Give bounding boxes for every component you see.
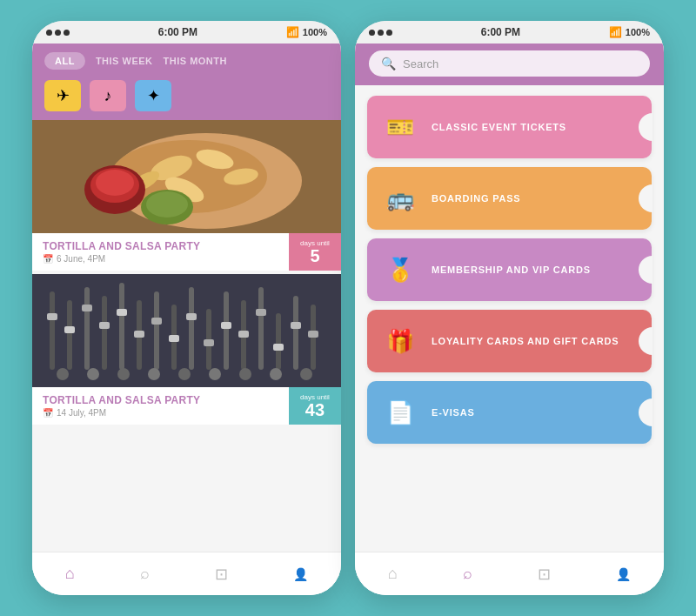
event-1-days-badge: days until 5 [289, 233, 341, 271]
rdot1 [369, 30, 375, 36]
ticket-notch-2 [639, 184, 652, 212]
ticket-card-5[interactable]: 📄 E-VISAS [367, 381, 652, 444]
music-icon: ♪ [104, 87, 112, 105]
svg-rect-33 [99, 322, 110, 329]
svg-rect-34 [117, 309, 127, 316]
icon-badge-star[interactable]: ✦ [135, 80, 171, 111]
dj-image [32, 274, 341, 387]
svg-rect-15 [67, 300, 72, 370]
svg-rect-24 [224, 291, 229, 370]
ticket-icon-1: 🎫 [381, 108, 419, 146]
left-status-right: 📶 100% [286, 26, 327, 38]
events-scroll[interactable]: TORTILLA AND SALSA PARTY 📅 6 June, 4PM d… [32, 120, 341, 552]
svg-rect-20 [154, 291, 159, 370]
svg-rect-35 [134, 331, 144, 338]
star-icon: ✦ [147, 86, 160, 105]
filter-all[interactable]: ALL [44, 52, 85, 70]
ticket-icon-5: 📄 [381, 393, 419, 432]
right-nav-home[interactable]: ⌂ [388, 565, 398, 583]
ticket-label-1: CLASSIC EVENT TICKETS [432, 122, 566, 132]
left-content: ALL THIS WEEK THIS MONTH ✈ ♪ ✦ [32, 44, 341, 595]
left-bottom-nav: ⌂ ⌕ ⊡ 👤 [32, 552, 341, 595]
home-icon-left: ⌂ [65, 565, 75, 583]
calendar-icon-nav-left: ⊡ [215, 565, 228, 584]
left-nav-home[interactable]: ⌂ [65, 565, 75, 583]
svg-rect-18 [119, 283, 124, 370]
left-nav-profile[interactable]: 👤 [293, 567, 308, 581]
event-card-1[interactable]: TORTILLA AND SALSA PARTY 📅 6 June, 4PM d… [32, 120, 341, 271]
svg-point-10 [96, 170, 134, 196]
right-status-dots [369, 30, 392, 36]
svg-point-53 [270, 368, 282, 380]
right-nav-search[interactable]: ⌕ [463, 565, 472, 583]
icon-badge-music[interactable]: ♪ [90, 80, 126, 111]
svg-rect-36 [151, 318, 162, 325]
svg-rect-14 [50, 291, 55, 370]
right-phone: 6:00 PM 📶 100% 🔍 Search 🎫 CLASSIC EVENT … [355, 21, 664, 595]
event-card-2[interactable]: TORTILLA AND SALSA PARTY 📅 14 July, 4PM … [32, 274, 341, 425]
home-icon-right: ⌂ [388, 565, 398, 583]
ticket-icon-3: 🥇 [381, 251, 419, 289]
svg-rect-38 [186, 313, 197, 320]
svg-rect-44 [291, 322, 301, 329]
right-nav-calendar[interactable]: ⊡ [538, 565, 551, 584]
screens-container: 6:00 PM 📶 100% ALL THIS WEEK THIS MONTH … [15, 3, 681, 613]
ticket-list: 🎫 CLASSIC EVENT TICKETS 🚌 BOARDING PASS … [355, 85, 664, 552]
dj-svg [32, 274, 341, 387]
right-nav-profile[interactable]: 👤 [616, 567, 631, 581]
icon-row: ✈ ♪ ✦ [44, 80, 329, 111]
plane-icon: ✈ [57, 86, 70, 105]
ticket-notch-4 [639, 327, 652, 355]
svg-rect-31 [64, 326, 75, 333]
food-image [32, 120, 341, 233]
search-placeholder-text: Search [403, 57, 438, 70]
svg-rect-27 [276, 313, 281, 370]
search-bar-container: 🔍 Search [355, 44, 664, 85]
food-svg [32, 120, 341, 233]
left-time: 6:00 PM [158, 26, 197, 38]
ticket-card-1[interactable]: 🎫 CLASSIC EVENT TICKETS [367, 96, 652, 158]
search-icon-left: ⌕ [140, 565, 150, 583]
svg-rect-26 [258, 287, 264, 370]
search-magnifier-icon: 🔍 [381, 57, 396, 70]
svg-rect-32 [82, 305, 92, 311]
left-nav-calendar[interactable]: ⊡ [215, 565, 228, 584]
ticket-card-3[interactable]: 🥇 MEMBERSHIP AND VIP CARDS [367, 238, 652, 301]
food-visual [32, 120, 341, 233]
ticket-card-2[interactable]: 🚌 BOARDING PASS [367, 167, 652, 230]
dj-visual [32, 274, 341, 387]
search-bar[interactable]: 🔍 Search [369, 50, 650, 77]
filter-week[interactable]: THIS WEEK [96, 56, 153, 66]
svg-rect-22 [189, 287, 194, 370]
ticket-icon-2: 🚌 [381, 179, 419, 218]
rdot3 [386, 30, 392, 36]
right-wifi-icon: 📶 [609, 26, 622, 38]
event-1-info: TORTILLA AND SALSA PARTY 📅 6 June, 4PM d… [32, 233, 341, 271]
svg-rect-41 [238, 331, 249, 338]
ticket-label-3: MEMBERSHIP AND VIP CARDS [432, 264, 591, 275]
right-battery-text: 100% [626, 27, 650, 37]
calendar-icon-2: 📅 [43, 408, 53, 418]
svg-rect-45 [308, 331, 318, 338]
svg-point-52 [239, 368, 251, 380]
svg-rect-42 [256, 309, 266, 316]
event-1-days-number: 5 [310, 247, 319, 264]
calendar-icon-nav-right: ⊡ [538, 565, 551, 584]
svg-rect-40 [221, 322, 231, 329]
filter-month[interactable]: THIS MONTH [164, 56, 227, 66]
svg-rect-30 [47, 313, 57, 320]
svg-point-12 [146, 191, 188, 218]
right-bottom-nav: ⌂ ⌕ ⊡ 👤 [355, 552, 664, 595]
svg-point-47 [87, 368, 99, 380]
search-icon-right: ⌕ [463, 565, 472, 583]
left-nav-search[interactable]: ⌕ [140, 565, 150, 583]
ticket-card-4[interactable]: 🎁 LOYALITY CARDS AND GIFT CARDS [367, 310, 652, 372]
right-status-bar: 6:00 PM 📶 100% [355, 21, 664, 44]
icon-badge-plane[interactable]: ✈ [44, 80, 81, 111]
profile-icon-left: 👤 [293, 567, 308, 581]
ticket-icon-4: 🎁 [381, 322, 419, 360]
ticket-notch-3 [639, 256, 652, 284]
ticket-label-2: BOARDING PASS [432, 193, 520, 204]
ticket-label-4: LOYALITY CARDS AND GIFT CARDS [432, 336, 619, 346]
event-2-date: 📅 14 July, 4PM [43, 408, 331, 418]
